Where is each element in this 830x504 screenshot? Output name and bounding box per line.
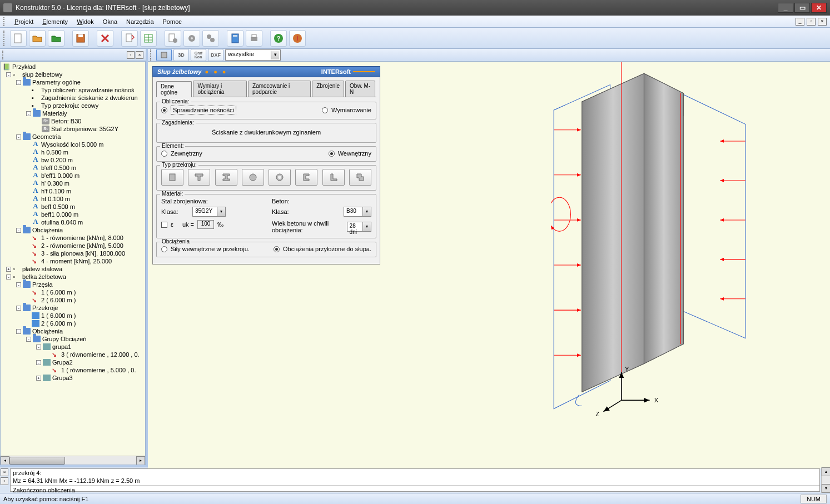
collapse-icon[interactable]: -	[16, 134, 21, 139]
tab-zamocowanie[interactable]: Zamocowanie i podparcie	[248, 81, 311, 97]
gears-button[interactable]	[202, 30, 219, 47]
collapse-icon[interactable]: -	[36, 345, 41, 350]
tree-item[interactable]: Grupy Obciążeń	[42, 336, 86, 342]
view-graf-button[interactable]: GrafKon	[191, 49, 206, 61]
filter-combo[interactable]: wszystkie	[225, 49, 281, 61]
tree-item[interactable]: Zagadnienia: ściskanie z dwukierun	[41, 94, 138, 101]
section-tee-button[interactable]	[188, 169, 210, 186]
menu-widok[interactable]: Widok	[72, 17, 98, 26]
panel-close-button[interactable]: ×	[136, 51, 143, 59]
mdi-minimize-button[interactable]: _	[796, 18, 804, 26]
tree-item[interactable]: 2 - równomierne [kN/m], 5.000	[41, 242, 123, 249]
eps-checkbox[interactable]	[161, 222, 167, 228]
tab-wymiary[interactable]: Wymiary i obciążenia	[193, 81, 247, 97]
scroll-right-button[interactable]: ▸	[136, 456, 145, 465]
tree-item[interactable]: h 0.500 m	[41, 149, 68, 156]
tree-item[interactable]: 1 - równomierne [kN/m], 8.000	[41, 234, 123, 241]
collapse-icon[interactable]: -	[26, 111, 31, 116]
menu-narzedzia[interactable]: Narzędzia	[122, 17, 158, 26]
tab-obw-mn[interactable]: Obw. M-N	[345, 81, 375, 97]
tree-item[interactable]: Grupa2	[52, 359, 73, 366]
scroll-up-button[interactable]: ▴	[822, 467, 830, 476]
section-l-button[interactable]	[322, 169, 345, 186]
project-tree[interactable]: 📗Przykład -▫słup żelbetowy -Parametry og…	[0, 61, 146, 465]
tree-item[interactable]: Przęsła	[32, 281, 53, 288]
tree-item[interactable]: b'eff 0.500 m	[41, 164, 76, 171]
menu-okna[interactable]: Okna	[98, 17, 122, 26]
tree-item[interactable]: Beton: B30	[51, 118, 81, 124]
radio-wewnetrzny[interactable]: Wewnętrzny	[329, 150, 371, 157]
tree-item[interactable]: Materiały	[42, 110, 67, 117]
radio-sprawdzanie[interactable]: Sprawdzanie nośności	[161, 106, 236, 114]
vertical-scrollbar[interactable]: ▴ ▾	[821, 467, 830, 493]
tree-item[interactable]: 2 ( 6.000 m )	[41, 320, 76, 327]
tree-item[interactable]: Wysokość lcol 5.000 m	[41, 141, 103, 148]
doc-export-button[interactable]	[121, 30, 138, 47]
tree-item[interactable]: 2 ( 6.000 m )	[41, 297, 76, 303]
menu-projekt[interactable]: Projekt	[10, 17, 38, 26]
tree-item[interactable]: płatew stalowa	[22, 266, 62, 272]
radio-zewnetrzny[interactable]: Zewnętrzny	[161, 150, 202, 157]
mdi-restore-button[interactable]: ▫	[807, 18, 816, 26]
radio-sily[interactable]: Siły wewnętrzne w przekroju.	[161, 246, 250, 252]
tree-item[interactable]: Parametry ogólne	[32, 79, 81, 86]
tree-item[interactable]: beff 0.500 m	[41, 203, 75, 210]
panel-pin-button[interactable]: ▫	[127, 51, 135, 59]
tree-item[interactable]: Typ obliczeń: sprawdzanie nośnoś	[41, 87, 135, 93]
tree-item[interactable]: Przekroje	[32, 305, 58, 311]
calculator-button[interactable]	[227, 30, 243, 47]
expand-icon[interactable]: +	[36, 376, 41, 381]
tree-item[interactable]: 3 - siła pionowa [kN], 1800.000	[41, 250, 125, 257]
tree-item[interactable]: 3 ( równomierne , 12.000 , 0.	[61, 351, 140, 358]
tab-zbrojenie[interactable]: Zbrojenie	[312, 81, 344, 97]
tree-item[interactable]: b'eff1 0.000 m	[41, 172, 79, 179]
collapse-icon[interactable]: -	[16, 80, 21, 85]
output-log[interactable]: przekrój 4: Mz = 64.31 kNm Mx = -112.19 …	[10, 468, 820, 492]
output-close-button[interactable]: ×	[1, 468, 8, 476]
tree-item[interactable]: grupa1	[52, 343, 71, 350]
tree-item[interactable]: bw 0.200 m	[41, 157, 73, 163]
open-folder-button[interactable]	[48, 30, 64, 47]
close-button[interactable]: ✕	[811, 3, 827, 13]
tree-item[interactable]: otulina 0.040 m	[41, 219, 83, 226]
collapse-icon[interactable]: -	[16, 228, 21, 233]
delete-button[interactable]	[97, 30, 113, 47]
tree-item[interactable]: słup żelbetowy	[22, 71, 62, 78]
maximize-button[interactable]: ▭	[794, 3, 810, 13]
minimize-button[interactable]: _	[778, 3, 793, 13]
expand-icon[interactable]: +	[6, 267, 11, 272]
scroll-down-button[interactable]: ▾	[822, 484, 830, 493]
tree-item[interactable]: 1 ( równomierne , 5.000 , 0.	[61, 367, 136, 373]
tree-item[interactable]: hf 0.100 m	[41, 196, 70, 202]
table-button[interactable]	[140, 30, 157, 47]
section-circle-button[interactable]	[242, 169, 264, 186]
help-button[interactable]: ?	[270, 30, 287, 47]
tree-item[interactable]: Obciążenia	[32, 328, 63, 335]
tab-dane-ogolne[interactable]: Dane ogólne	[156, 81, 192, 97]
info-button[interactable]: i	[289, 30, 306, 47]
section-c-button[interactable]	[295, 169, 317, 186]
view-iso-button[interactable]	[156, 49, 172, 61]
radio-wymiarowanie[interactable]: Wymiarowanie	[322, 107, 371, 113]
tree-root[interactable]: Przykład	[12, 63, 36, 70]
output-pin-button[interactable]: ▫	[1, 477, 8, 485]
section-ring-button[interactable]	[269, 169, 291, 186]
tree-item[interactable]: beff1 0.000 m	[41, 211, 78, 218]
tree-item[interactable]: Stal zbrojeniowa: 35G2Y	[51, 126, 118, 132]
collapse-icon[interactable]: -	[26, 337, 31, 342]
mdi-close-button[interactable]: ×	[818, 18, 827, 26]
gear-button[interactable]	[183, 30, 200, 47]
menu-pomoc[interactable]: Pomoc	[158, 17, 186, 26]
menu-elementy[interactable]: Elementy	[38, 17, 72, 26]
beton-klasa-combo[interactable]: B30	[344, 207, 371, 217]
tree-item[interactable]: 1 ( 6.000 m )	[41, 312, 76, 319]
collapse-icon[interactable]: -	[36, 360, 41, 365]
stal-klasa-combo[interactable]: 35G2Y	[192, 207, 226, 217]
tree-item[interactable]: h'f 0.100 m	[41, 188, 71, 194]
tree-item[interactable]: 1 ( 6.000 m )	[41, 289, 76, 296]
uk-field[interactable]: 100	[197, 220, 214, 229]
tree-item[interactable]: belka żelbetowa	[22, 273, 66, 280]
section-z-button[interactable]	[349, 169, 371, 186]
view-3d-button[interactable]: 3D	[173, 49, 189, 61]
save-button[interactable]	[72, 30, 89, 47]
